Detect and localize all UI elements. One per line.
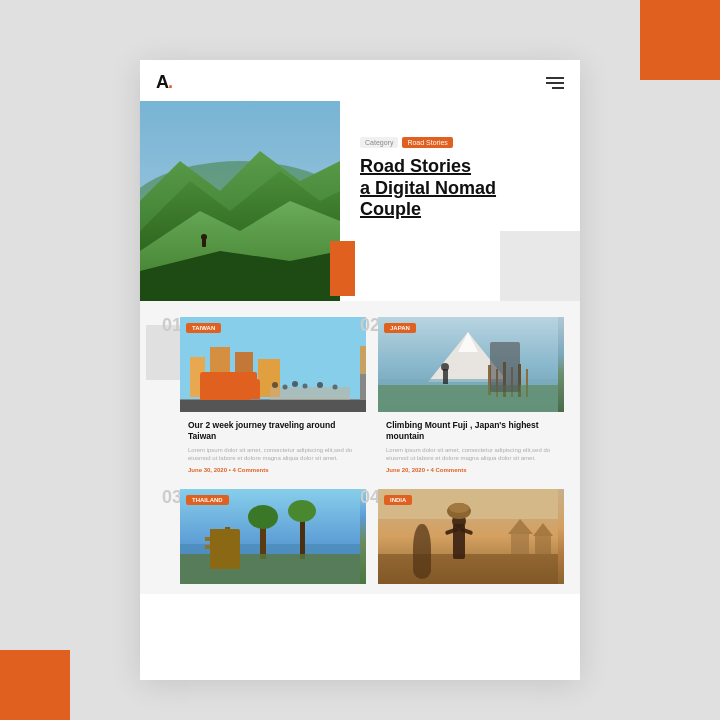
- corner-decoration-top-right: [640, 0, 720, 80]
- card-header: A.: [140, 60, 580, 101]
- svg-point-25: [303, 384, 308, 389]
- article-content-01: Our 2 week journey traveling around Taiw…: [180, 412, 366, 481]
- badge-thailand: THAILAND: [186, 495, 229, 505]
- article-02[interactable]: 02: [378, 317, 564, 481]
- article-image-japan: JAPAN: [378, 317, 564, 412]
- svg-point-16: [241, 399, 249, 407]
- article-image-thailand: THAILAND: [180, 489, 366, 584]
- svg-point-15: [211, 399, 219, 407]
- badge-japan: JAPAN: [384, 323, 416, 333]
- svg-rect-34: [503, 362, 506, 397]
- svg-point-22: [272, 382, 278, 388]
- svg-rect-17: [205, 375, 215, 382]
- badge-taiwan: TAIWAN: [186, 323, 221, 333]
- svg-rect-45: [205, 537, 235, 541]
- svg-point-24: [292, 381, 298, 387]
- category-badges: Category Road Stories: [360, 137, 453, 148]
- hero-grey-box: [500, 231, 580, 301]
- article-content-02: Climbing Mount Fuji , Japan's highest mo…: [378, 412, 564, 481]
- svg-marker-51: [180, 554, 360, 584]
- svg-rect-19: [235, 375, 245, 382]
- svg-rect-21: [270, 387, 350, 412]
- hero-section: Category Road Stories Road Stories a Dig…: [140, 101, 580, 301]
- svg-rect-18: [220, 375, 230, 382]
- svg-point-39: [441, 363, 449, 371]
- svg-rect-62: [511, 534, 529, 554]
- logo[interactable]: A.: [156, 72, 172, 93]
- article-01[interactable]: 01: [180, 317, 366, 481]
- svg-rect-20: [180, 399, 360, 412]
- svg-point-26: [317, 382, 323, 388]
- hero-image: [140, 101, 340, 301]
- badge-india: INDIA: [384, 495, 412, 505]
- svg-rect-43: [210, 529, 215, 569]
- article-title-01: Our 2 week journey traveling around Taiw…: [188, 420, 358, 442]
- articles-section: 01: [140, 301, 580, 594]
- hero-title: Road Stories a Digital Nomad Couple: [360, 156, 564, 221]
- svg-marker-40: [378, 385, 558, 412]
- svg-rect-6: [202, 239, 206, 247]
- svg-rect-14: [202, 372, 257, 384]
- hero-text: Category Road Stories Road Stories a Dig…: [340, 101, 580, 301]
- svg-point-58: [449, 503, 469, 513]
- svg-point-50: [288, 500, 316, 522]
- badge-category: Category: [360, 137, 398, 148]
- hamburger-menu[interactable]: [546, 77, 564, 89]
- svg-rect-44: [225, 527, 230, 569]
- article-meta-01: June 30, 2020 • 4 Comments: [188, 467, 358, 473]
- hero-orange-accent: [330, 241, 355, 296]
- corner-decoration-bottom-left: [0, 650, 70, 720]
- article-title-02: Climbing Mount Fuji , Japan's highest mo…: [386, 420, 556, 442]
- article-04[interactable]: 04: [378, 489, 564, 584]
- article-03[interactable]: 03: [180, 489, 366, 584]
- article-meta-02: June 20, 2020 • 4 Comments: [386, 467, 556, 473]
- article-image-taiwan: TAIWAN: [180, 317, 366, 412]
- svg-point-48: [248, 505, 278, 529]
- article-excerpt-01: Lorem ipsum dolor sit amet, consectetur …: [188, 446, 358, 463]
- svg-rect-9: [190, 357, 205, 397]
- main-card: A.: [140, 60, 580, 680]
- svg-point-27: [333, 385, 338, 390]
- svg-rect-10: [210, 347, 230, 397]
- svg-rect-46: [205, 545, 235, 549]
- svg-rect-54: [378, 554, 558, 584]
- svg-point-23: [283, 385, 288, 390]
- svg-point-7: [201, 234, 207, 240]
- svg-rect-64: [535, 536, 551, 554]
- article-excerpt-02: Lorem ipsum dolor sit amet, consectetur …: [386, 446, 556, 463]
- svg-rect-38: [443, 369, 448, 384]
- badge-road-stories: Road Stories: [402, 137, 452, 148]
- article-image-india: INDIA: [378, 489, 564, 584]
